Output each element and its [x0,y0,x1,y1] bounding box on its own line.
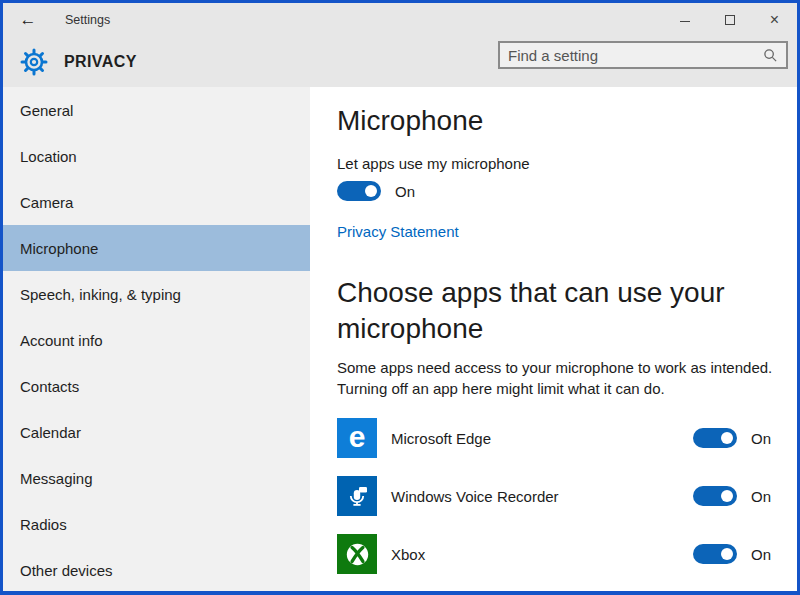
minimize-icon [680,21,690,22]
window-controls: × [662,3,797,36]
maximize-icon [725,15,735,25]
privacy-statement-link[interactable]: Privacy Statement [337,223,459,240]
sidebar-item-camera[interactable]: Camera [3,179,310,225]
master-toggle-row: On [337,181,775,201]
titlebar: ← Settings × [3,3,797,36]
toggle-knob [721,548,733,560]
master-toggle[interactable] [337,181,381,201]
edge-e-glyph: e [349,422,366,452]
back-button[interactable]: ← [3,3,53,36]
sidebar: General Location Camera Microphone Speec… [3,87,310,591]
gear-icon [20,48,48,76]
app-row-microsoft-edge: e Microsoft Edge On [337,409,775,467]
sidebar-item-calendar[interactable]: Calendar [3,409,310,455]
sidebar-item-location[interactable]: Location [3,133,310,179]
page-title: PRIVACY [64,53,137,71]
section-title-microphone: Microphone [337,104,775,138]
sidebar-item-radios[interactable]: Radios [3,501,310,547]
page-header: PRIVACY [3,36,797,87]
xbox-toggle-state: On [751,546,775,563]
master-toggle-state: On [395,183,415,200]
sidebar-item-speech-inking-typing[interactable]: Speech, inking, & typing [3,271,310,317]
back-arrow-icon: ← [20,10,37,30]
close-icon: × [770,12,779,28]
app-list: e Microsoft Edge On [337,409,775,583]
app-name: Microsoft Edge [391,430,693,447]
search-icon[interactable] [763,48,778,63]
window-title: Settings [65,13,110,27]
choose-apps-heading: Choose apps that can use your microphone [337,275,775,347]
sidebar-item-other-devices[interactable]: Other devices [3,547,310,593]
sidebar-item-account-info[interactable]: Account info [3,317,310,363]
toggle-knob [365,185,377,197]
app-row-xbox: Xbox On [337,525,775,583]
window-body: General Location Camera Microphone Speec… [3,87,797,591]
toggle-knob [721,490,733,502]
sidebar-item-contacts[interactable]: Contacts [3,363,310,409]
voice-recorder-toggle-state: On [751,488,775,505]
minimize-button[interactable] [662,3,707,36]
microsoft-edge-icon: e [337,418,377,458]
sidebar-item-messaging[interactable]: Messaging [3,455,310,501]
search-box [498,41,788,69]
edge-toggle-state: On [751,430,775,447]
close-button[interactable]: × [752,3,797,36]
xbox-toggle[interactable] [693,544,737,564]
master-toggle-label: Let apps use my microphone [337,155,775,172]
search-input[interactable] [508,47,763,64]
app-name: Xbox [391,546,693,563]
sidebar-item-microphone[interactable]: Microphone [3,225,310,271]
xbox-icon [337,534,377,574]
app-name: Windows Voice Recorder [391,488,693,505]
choose-apps-description: Some apps need access to your microphone… [337,357,775,399]
sidebar-item-general[interactable]: General [3,87,310,133]
maximize-button[interactable] [707,3,752,36]
toggle-knob [721,432,733,444]
edge-toggle[interactable] [693,428,737,448]
settings-window: ← Settings × [0,0,800,595]
app-row-voice-recorder: Windows Voice Recorder On [337,467,775,525]
voice-recorder-toggle[interactable] [693,486,737,506]
main-content: Microphone Let apps use my microphone On… [310,87,797,591]
voice-recorder-icon [337,476,377,516]
